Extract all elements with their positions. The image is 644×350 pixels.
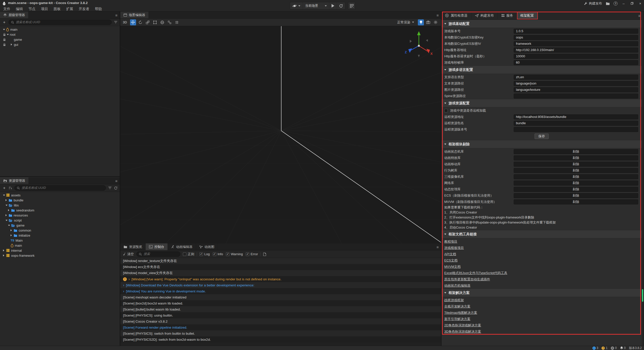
link-rpg-2d[interactable]: 2D角色扮演游戏解决方案 <box>444 323 481 328</box>
assets-refresh-button[interactable] <box>114 186 117 190</box>
link-excel-tool[interactable]: Excel格式转Json文件与TypeScript代码工具 <box>444 271 507 275</box>
regex-checkbox[interactable]: 正则 <box>183 252 194 256</box>
save-button[interactable]: 保存 <box>535 134 549 139</box>
add-node-button[interactable]: + <box>2 20 6 25</box>
log-file-button[interactable] <box>263 252 266 256</box>
tree-item-initialize[interactable]: initialize <box>0 233 120 238</box>
tab-service[interactable]: 服务 <box>498 12 517 19</box>
tab-console[interactable]: 控制台 <box>146 243 168 250</box>
remove-button-mvvm[interactable]: 剔除 <box>514 199 638 204</box>
field-input-spine-path[interactable] <box>514 94 638 99</box>
remove-button-ecs[interactable]: 剔除 <box>514 193 638 198</box>
log-row[interactable]: !›[Window] [Vue warn]: Property "onInput… <box>120 276 441 282</box>
log-row[interactable]: [Scene] Cocos Creator v3.8.2 <box>120 318 441 324</box>
render-mode-dropdown[interactable]: 正常渲染 <box>397 20 414 25</box>
log-row[interactable]: [Scene] [bullet]:bullet wasm lib loaded. <box>120 306 441 312</box>
lighting-toggle-button[interactable] <box>418 19 424 25</box>
tab-assets-preview[interactable]: 资源预览 <box>120 243 146 250</box>
filter-warning-checkbox[interactable]: ✓Warning <box>226 252 243 256</box>
chevron-right-icon[interactable] <box>6 214 9 216</box>
tab-animation-graph[interactable]: 动画图 <box>196 243 218 250</box>
log-row[interactable]: [Scene] [box2d]:box2d wasm lib loaded. <box>120 300 441 306</box>
log-row[interactable]: [Scene] [PHYSICS]: switch from builtin t… <box>120 330 441 336</box>
inspector-menu-icon[interactable]: ≡ <box>638 14 640 18</box>
tree-item-main-scene[interactable]: main <box>0 243 120 248</box>
platform-select[interactable] <box>290 2 303 9</box>
tab-framework-config[interactable]: 框架配置 <box>517 12 538 19</box>
tab-inspector[interactable]: 属性检查器 <box>441 12 471 19</box>
filter-info-checkbox[interactable]: ✓Info <box>213 252 223 256</box>
transform-space-button[interactable] <box>159 19 165 25</box>
preview-qr-button[interactable] <box>348 2 355 10</box>
filter-log-checkbox[interactable]: ✓Log <box>199 252 210 256</box>
tree-item-assets[interactable]: assets <box>0 193 120 198</box>
tree-item-bundle[interactable]: bundle <box>0 198 120 203</box>
grid-snap-button[interactable] <box>174 19 180 25</box>
remove-button-network[interactable]: 剔除 <box>514 181 638 186</box>
section-header-framework-solutions[interactable]: 框架解决方案 <box>441 289 642 297</box>
link-rpg-3d[interactable]: 3D角色扮演游戏解决方案 <box>444 329 481 334</box>
section-header-framework-doc-links[interactable]: 框架文档工具链接 <box>441 230 642 238</box>
move-tool-button[interactable] <box>130 19 136 25</box>
add-asset-button[interactable]: + <box>2 186 6 190</box>
log-row[interactable]: [Scene] Forward render pipeline initiali… <box>120 324 441 330</box>
tree-item-resources[interactable]: resources <box>0 213 120 218</box>
chevron-down-icon[interactable] <box>3 29 6 30</box>
field-input-http-server[interactable]: http://192.168.0.150/main/ <box>514 48 638 53</box>
link-hotupdate-plugin[interactable]: 原生包热更新配置自动生成插件 <box>444 277 490 282</box>
tree-item-game[interactable]: game <box>0 223 120 228</box>
console-menu-icon[interactable]: ≡ <box>436 245 439 249</box>
chevron-right-icon[interactable] <box>8 209 11 211</box>
reload-button[interactable] <box>337 2 345 9</box>
link-ecs-doc[interactable]: ECS文档 <box>444 258 458 263</box>
field-input-remote-version[interactable] <box>514 127 638 132</box>
tree-item-gui[interactable]: gui <box>0 42 120 47</box>
hierarchy-menu-icon[interactable]: ≡ <box>115 13 117 17</box>
scrollbar-thumb[interactable] <box>642 289 643 302</box>
notification-indicator[interactable]: 0 <box>620 346 626 350</box>
gear-icon[interactable] <box>432 19 438 25</box>
section-header-framework-module-remove[interactable]: 框架模块剔除 <box>441 140 642 148</box>
hierarchy-filter-button[interactable] <box>114 21 117 24</box>
tree-item-libs[interactable]: libs <box>0 203 120 208</box>
minimize-button[interactable]: – <box>621 2 626 6</box>
assets-search-input[interactable]: 搜索名称或 UUID <box>14 185 106 191</box>
link-mvvm-doc[interactable]: MVVM文档 <box>444 265 461 269</box>
tab-assets[interactable]: 资源管理器 <box>0 177 28 184</box>
tree-item-seedrandom[interactable]: seedrandom <box>0 208 120 213</box>
field-input-crypto-key[interactable]: oops <box>514 35 638 40</box>
tree-item-common[interactable]: common <box>0 228 120 233</box>
chevron-down-icon[interactable] <box>6 220 9 221</box>
field-input-remote-address[interactable]: http://localhost:8083/assets/bundle <box>514 114 638 119</box>
view-mode-button[interactable]: 3D <box>123 20 127 24</box>
chevron-right-icon[interactable] <box>3 254 6 256</box>
remove-button-render-texture[interactable]: 剔除 <box>514 187 638 192</box>
link-beginner-guide[interactable]: 新手引导解决方案 <box>444 317 470 321</box>
scene-viewport[interactable]: X Z <box>120 26 441 243</box>
info-count-indicator[interactable]: i 3 <box>592 346 598 350</box>
tree-item-game[interactable]: game <box>0 37 120 42</box>
filter-error-checkbox[interactable]: ✓Error <box>246 252 258 256</box>
section-header-game-language-config[interactable]: 游戏多语言配置 <box>441 66 642 74</box>
scene-select-dropdown[interactable]: 当前场景 <box>303 2 329 9</box>
expand-arrow-icon[interactable]: › <box>129 277 130 281</box>
log-row[interactable]: [Window] model_view文件夹存在 <box>120 270 441 276</box>
log-row[interactable]: [Scene] [PHYSICS]: using builtin. <box>120 312 441 318</box>
expand-arrow-icon[interactable]: › <box>123 289 124 293</box>
menu-item-edit[interactable]: 编辑 <box>13 6 26 12</box>
remove-button-anim-effect[interactable]: 剔除 <box>514 155 638 160</box>
chevron-right-icon[interactable] <box>11 229 14 231</box>
field-input-texture-path[interactable]: language/texture <box>514 87 638 92</box>
menu-item-extension[interactable]: 扩展 <box>63 6 76 12</box>
tree-item-root[interactable]: root <box>0 32 120 37</box>
section-header-game-base-config[interactable]: 游戏基础配置 <box>441 20 642 28</box>
help-button[interactable]: ? <box>614 2 618 6</box>
tree-item-main-ts[interactable]: TSMain <box>0 238 120 243</box>
field-input-languages[interactable]: zh,en <box>514 75 638 80</box>
build-publish-button[interactable]: 构建发布 <box>584 1 602 6</box>
axis-gizmo[interactable]: X Z <box>404 30 434 60</box>
log-row[interactable]: ›[Window] Download the Vue Devtools exte… <box>120 282 441 288</box>
hierarchy-search-input[interactable]: 搜索名称或 UUID <box>9 20 112 25</box>
assets-menu-icon[interactable]: ≡ <box>115 179 117 183</box>
tab-build[interactable]: 构建发布 <box>471 12 498 19</box>
